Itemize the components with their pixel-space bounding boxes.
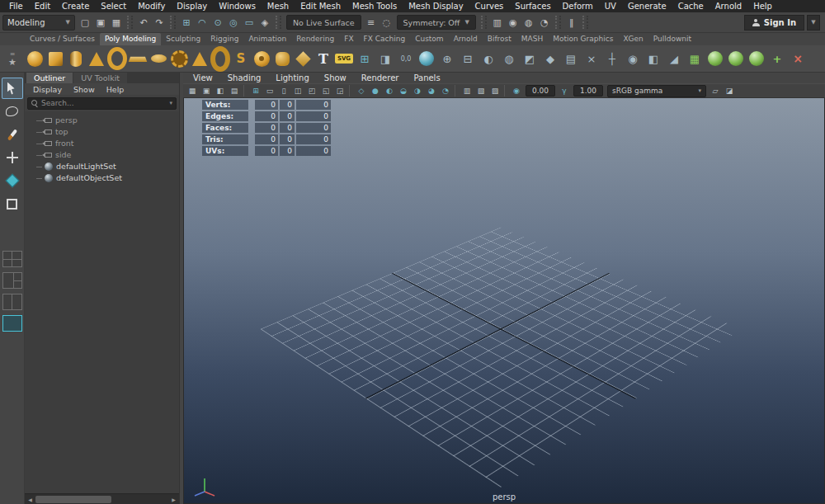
sign-in-button[interactable]: Sign In [744, 15, 804, 31]
symmetry-dropdown[interactable]: Symmetry: Off ▼ [397, 15, 476, 30]
construction-plane-icon[interactable]: ⊞ [355, 47, 375, 70]
outliner-item[interactable]: side [25, 149, 179, 161]
field-chart-icon[interactable]: ◰ [305, 85, 318, 97]
outliner-item[interactable]: top [25, 126, 179, 138]
poly-helix-icon[interactable]: S [231, 47, 251, 70]
textured-icon[interactable]: ◐ [383, 85, 396, 97]
poly-platonic-solid-icon[interactable] [293, 47, 313, 70]
snap-to-grid-icon[interactable]: ⊞ [179, 15, 194, 30]
layout-three-pane-button[interactable] [2, 272, 22, 289]
poly-cube-icon[interactable] [45, 47, 65, 70]
menu-item[interactable]: Select [95, 0, 132, 12]
snap-to-curve-icon[interactable]: ◠ [195, 15, 210, 30]
poly-sphere-icon[interactable] [25, 47, 45, 70]
panel-menu-item[interactable]: Panels [407, 73, 446, 83]
layout-two-pane-button[interactable] [2, 294, 22, 310]
render-current-frame-icon[interactable]: ◉ [506, 15, 521, 30]
shelf-tab-pulldownit[interactable]: Pulldownit [648, 33, 696, 45]
shelf-tab-xgen[interactable]: XGen [618, 33, 648, 45]
panel-menu-item[interactable]: Shading [221, 73, 268, 83]
boolean-icon[interactable]: ◐ [478, 47, 498, 70]
quad-draw-icon[interactable]: ▦ [685, 47, 705, 70]
sep[interactable] [349, 85, 352, 97]
crease-icon[interactable]: ◢ [664, 47, 684, 70]
separate-icon[interactable]: ⊟ [458, 47, 478, 70]
paint-select-tool[interactable] [2, 124, 23, 145]
scale-tool[interactable] [2, 193, 23, 214]
menu-item[interactable]: Edit [29, 0, 56, 12]
menu-item[interactable]: Create [56, 0, 95, 12]
outliner-menu-item[interactable]: Display [28, 85, 67, 94]
bookmarks-icon[interactable]: ▤ [228, 85, 241, 97]
menu-item[interactable]: Help [747, 0, 778, 12]
connect-icon[interactable]: ┼ [602, 47, 622, 70]
shelf-tab-motion-graphics[interactable]: Motion Graphics [548, 33, 618, 45]
relax-brush-icon[interactable] [747, 47, 766, 70]
menu-item[interactable]: Modify [132, 0, 171, 12]
shelf-tab-rigging[interactable]: Rigging [205, 33, 243, 45]
safe-title-icon[interactable]: ◲ [333, 85, 346, 97]
move-to-origin-icon[interactable]: 0,0 [396, 47, 416, 70]
bevel-icon[interactable]: ◆ [540, 47, 560, 70]
redo-icon[interactable]: ↷ [152, 15, 167, 30]
sign-in-dropdown[interactable]: ▼ [807, 15, 820, 31]
shelf-tab-curves-surfaces[interactable]: Curves / Surfaces [25, 33, 100, 45]
open-render-view-icon[interactable]: ▥ [490, 15, 505, 30]
scrollbar-thumb[interactable] [35, 496, 111, 503]
snap-to-projected-center-icon[interactable]: ◎ [226, 15, 241, 30]
tab-uv-toolkit[interactable]: UV Toolkit [73, 73, 127, 83]
menu-item[interactable]: Surfaces [509, 0, 556, 12]
poly-torus-icon[interactable] [107, 47, 127, 70]
outliner-search-input[interactable]: Search... ▾ [27, 97, 177, 110]
scroll-left-icon[interactable]: ◀ [25, 494, 35, 504]
outliner-menu-item[interactable]: Help [101, 85, 130, 94]
selection-highlighting-icon[interactable]: ◌ [380, 15, 394, 30]
new-scene-icon[interactable]: ▢ [78, 15, 92, 30]
menu-item[interactable]: Deform [557, 0, 599, 12]
shelf-tab-sculpting[interactable]: Sculpting [161, 33, 205, 45]
panel-menu-item[interactable]: Show [318, 73, 353, 83]
poly-cylinder-icon[interactable] [66, 47, 86, 70]
rotate-tool[interactable] [2, 170, 23, 191]
grip[interactable] [555, 16, 561, 29]
render-settings-icon[interactable]: ◔ [537, 15, 552, 30]
outliner-item[interactable]: defaultObjectSet [25, 172, 179, 184]
menu-item[interactable]: Mesh Display [403, 0, 469, 12]
shelf-tab-fx-caching[interactable]: FX Caching [359, 33, 411, 45]
shelf-tab-rendering[interactable]: Rendering [291, 33, 339, 45]
wireframe-icon[interactable]: ◇ [355, 85, 368, 97]
poly-pipe-icon[interactable] [210, 47, 230, 70]
menu-item[interactable]: Display [171, 0, 213, 12]
snap-to-view-plane-icon[interactable]: ▭ [242, 15, 257, 30]
multi-cut-icon[interactable]: × [582, 47, 601, 70]
menu-item[interactable]: Edit Mesh [295, 0, 346, 12]
construction-history-icon[interactable]: ≡ [364, 15, 379, 30]
open-scene-icon[interactable]: ▣ [93, 15, 108, 30]
make-live-icon[interactable]: ◈ [257, 15, 272, 30]
poly-soccer-ball-icon[interactable] [252, 47, 271, 70]
save-scene-icon[interactable]: ▦ [109, 15, 124, 30]
sep[interactable] [455, 85, 458, 97]
grip[interactable] [127, 16, 133, 29]
poly-disc-icon[interactable] [148, 47, 168, 70]
viewport-canvas[interactable]: Verts: 0 0 0 Edges: 0 0 0 Faces: [183, 98, 825, 504]
xray-icon[interactable]: ▧ [474, 85, 488, 97]
move-tool[interactable] [2, 147, 23, 168]
safe-action-icon[interactable]: ◱ [319, 85, 332, 97]
wireframe-on-shaded-icon[interactable]: ▨ [488, 85, 502, 97]
poly-gear-icon[interactable] [169, 47, 189, 70]
grip[interactable] [170, 16, 176, 29]
shelf-tab-mash[interactable]: MASH [516, 33, 548, 45]
isolate-select-icon[interactable]: ▥ [460, 85, 474, 97]
undo-icon[interactable]: ↶ [136, 15, 151, 30]
layout-four-pane-button[interactable] [2, 251, 22, 267]
tab-outliner[interactable]: Outliner [26, 73, 73, 83]
image-plane-icon[interactable]: ◨ [375, 47, 395, 70]
poly-plane-icon[interactable] [128, 47, 148, 70]
poly-pyramid-icon[interactable] [190, 47, 210, 70]
live-surface-field[interactable]: No Live Surface [286, 15, 361, 30]
shelf-tab-fx[interactable]: FX [339, 33, 358, 45]
menu-item[interactable]: Mesh Tools [346, 0, 403, 12]
exposure-icon[interactable]: ◉ [510, 85, 523, 97]
gamma-icon[interactable]: γ [558, 85, 571, 97]
